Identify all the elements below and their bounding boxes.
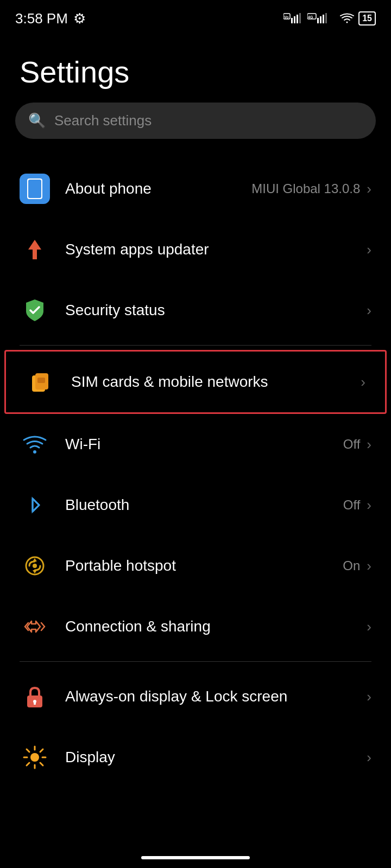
bluetooth-icon: [20, 490, 50, 520]
settings-item-system-apps[interactable]: System apps updater ›: [0, 219, 391, 280]
always-on-display-chevron: ›: [367, 688, 371, 705]
svg-rect-3: [294, 16, 295, 23]
sim-cards-label: SIM cards & mobile networks: [71, 373, 361, 391]
search-icon: 🔍: [28, 112, 46, 129]
svg-line-34: [27, 763, 29, 765]
settings-item-always-on-display[interactable]: Always-on display & Lock screen ›: [0, 666, 391, 727]
sim-cards-chevron: ›: [361, 374, 365, 391]
settings-item-wifi[interactable]: Wi-Fi Off ›: [0, 414, 391, 475]
svg-point-19: [33, 450, 36, 454]
hotspot-chevron: ›: [367, 558, 371, 575]
svg-rect-9: [320, 16, 321, 23]
svg-rect-2: [291, 18, 293, 23]
lock-icon: [20, 681, 50, 712]
about-phone-label: About phone: [65, 180, 251, 197]
display-chevron: ›: [367, 749, 371, 766]
settings-item-bluetooth[interactable]: Bluetooth Off ›: [0, 475, 391, 535]
about-phone-value: MIUI Global 13.0.8: [251, 181, 360, 196]
connection-icon: [20, 611, 50, 642]
hotspot-label: Portable hotspot: [65, 557, 343, 575]
volte-signal-icon: Vo: [283, 12, 303, 24]
wifi-label: Wi-Fi: [65, 436, 343, 453]
bluetooth-label: Bluetooth: [65, 496, 343, 514]
display-icon: [20, 742, 50, 773]
security-status-label: Security status: [65, 302, 367, 319]
battery-indicator: 15: [358, 11, 376, 25]
search-bar[interactable]: 🔍 Search settings: [15, 103, 376, 139]
sim-cards-icon: [26, 367, 56, 397]
divider-1: [20, 345, 371, 346]
system-apps-icon: [20, 234, 50, 265]
wifi-value: Off: [343, 437, 361, 452]
svg-text:4G: 4G: [308, 15, 313, 19]
bluetooth-chevron: ›: [367, 497, 371, 514]
gear-icon: ⚙: [73, 10, 86, 27]
settings-item-display[interactable]: Display ›: [0, 727, 391, 788]
svg-point-22: [33, 564, 37, 568]
always-on-display-label: Always-on display & Lock screen: [65, 686, 367, 707]
status-icons: Vo 4G 15: [283, 11, 376, 25]
wifi-chevron: ›: [367, 436, 371, 453]
svg-line-31: [27, 749, 29, 752]
svg-rect-4: [297, 15, 298, 23]
svg-point-26: [30, 753, 39, 762]
divider-2: [20, 661, 371, 662]
svg-line-33: [40, 749, 43, 752]
settings-item-security-status[interactable]: Security status ›: [0, 280, 391, 341]
connection-label: Connection & sharing: [65, 618, 367, 635]
display-label: Display: [65, 749, 367, 766]
page-title: Settings: [0, 33, 391, 103]
wifi-status-icon: [340, 12, 354, 24]
connection-chevron: ›: [367, 618, 371, 635]
svg-text:Vo: Vo: [284, 15, 288, 19]
bluetooth-value: Off: [343, 497, 361, 513]
svg-rect-18: [37, 378, 45, 383]
svg-line-32: [40, 763, 43, 765]
about-phone-icon: [20, 174, 50, 204]
status-time: 3:58 PM ⚙: [15, 10, 86, 27]
about-phone-chevron: ›: [367, 181, 371, 197]
security-status-chevron: ›: [367, 302, 371, 319]
status-bar: 3:58 PM ⚙ Vo 4G 15: [0, 0, 391, 33]
svg-rect-8: [317, 18, 319, 23]
bottom-nav-bar: [141, 856, 250, 859]
time-text: 3:58 PM: [15, 10, 68, 27]
svg-rect-25: [34, 701, 36, 705]
svg-rect-5: [299, 13, 301, 23]
battery-level: 15: [362, 14, 372, 23]
settings-item-about-phone[interactable]: About phone MIUI Global 13.0.8 ›: [0, 158, 391, 219]
hotspot-icon: [20, 551, 50, 581]
system-apps-label: System apps updater: [65, 241, 367, 258]
settings-item-connection[interactable]: Connection & sharing ›: [0, 596, 391, 657]
svg-rect-10: [323, 15, 324, 23]
hotspot-value: On: [343, 558, 360, 573]
4g-signal-icon: 4G: [307, 12, 336, 24]
security-status-icon: [20, 295, 50, 326]
svg-rect-13: [28, 180, 41, 198]
search-placeholder: Search settings: [54, 112, 152, 129]
settings-item-hotspot[interactable]: Portable hotspot On ›: [0, 535, 391, 596]
settings-item-sim-cards[interactable]: SIM cards & mobile networks ›: [4, 350, 387, 414]
wifi-icon: [20, 429, 50, 459]
svg-rect-11: [325, 13, 327, 23]
system-apps-chevron: ›: [367, 241, 371, 258]
settings-list: About phone MIUI Global 13.0.8 › System …: [0, 158, 391, 788]
